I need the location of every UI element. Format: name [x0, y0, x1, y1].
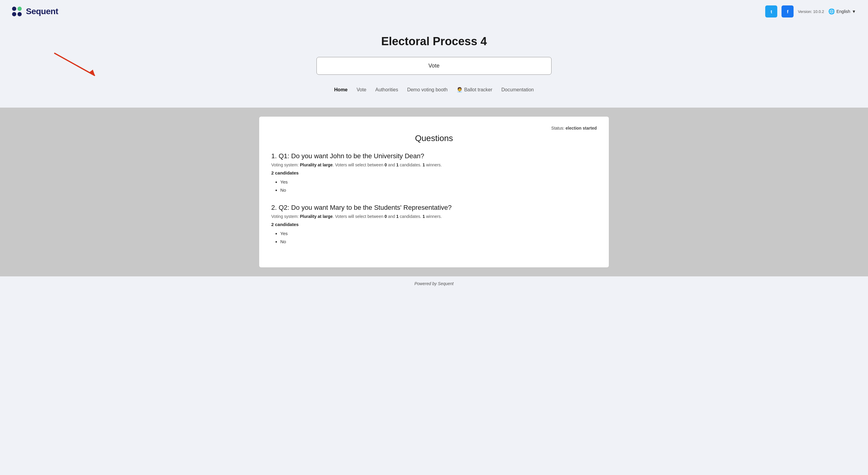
question-block-2: 2. Q2: Do you want Mary to be the Studen…	[271, 204, 597, 246]
list-item: Yes	[280, 178, 597, 186]
voting-system-label-1: Voting system:	[271, 162, 300, 167]
question-2-heading: 2. Q2: Do you want Mary to be the Studen…	[271, 204, 597, 212]
logo-dot-green	[18, 7, 22, 11]
logo-text: Sequent	[26, 7, 58, 16]
content-card: Status: election started Questions 1. Q1…	[259, 117, 609, 267]
status-prefix: Status:	[551, 126, 565, 130]
vote-button-container: Vote	[6, 57, 862, 75]
question-2-title: Q2: Do you want Mary to be the Students'…	[278, 204, 452, 211]
hero-section: Electoral Process 4 Vote Home Vote Autho…	[0, 23, 868, 107]
nav-label-demo-voting-booth: Demo voting booth	[407, 87, 447, 93]
question-block-1: 1. Q1: Do you want John to be the Univer…	[271, 152, 597, 194]
candidates-count-2: 2 candidates	[271, 222, 597, 227]
nav-label-home: Home	[334, 87, 347, 93]
navigation-bar: Home Vote Authorities Demo voting booth …	[6, 84, 862, 99]
question-1-number: 1	[271, 152, 275, 160]
nav-item-authorities[interactable]: Authorities	[375, 87, 398, 93]
nav-item-demo-voting-booth[interactable]: Demo voting booth	[407, 87, 447, 93]
footer-text: Powered by Sequent	[414, 281, 454, 286]
nav-item-documentation[interactable]: Documentation	[501, 87, 534, 93]
facebook-button[interactable]: f	[781, 5, 794, 18]
logo-dot-1	[12, 7, 16, 11]
header: Sequent t f Version: 10.0.2 🌐 English ▼	[0, 0, 868, 23]
logo-area: Sequent	[12, 7, 58, 16]
vote-button[interactable]: Vote	[316, 57, 552, 75]
footer: Powered by Sequent	[0, 276, 868, 291]
nav-item-ballot-tracker[interactable]: 🧑‍💼 Ballot tracker	[457, 87, 492, 93]
language-label: English	[836, 9, 850, 14]
question-1-title: Q1: Do you want John to be the Universit…	[278, 152, 424, 160]
logo-dot-2	[12, 12, 16, 16]
question-2-meta: Voting system: Plurality at large. Voter…	[271, 214, 597, 219]
nav-label-authorities: Authorities	[375, 87, 398, 93]
voting-system-1: Plurality at large	[300, 162, 333, 167]
voting-system-2: Plurality at large	[300, 214, 333, 219]
status-value: election started	[566, 126, 597, 130]
ballot-tracker-icon: 🧑‍💼	[457, 87, 463, 93]
candidates-list-1: Yes No	[271, 178, 597, 194]
logo-dot-3	[18, 12, 22, 16]
question-2-number: 2	[271, 204, 275, 211]
voting-system-label-2: Voting system:	[271, 214, 300, 219]
twitter-button[interactable]: t	[765, 5, 777, 18]
language-selector[interactable]: 🌐 English ▼	[828, 8, 856, 15]
list-item: No	[280, 238, 597, 246]
header-right: t f Version: 10.0.2 🌐 English ▼	[765, 5, 856, 18]
logo-dots	[12, 7, 23, 16]
election-title: Electoral Process 4	[6, 35, 862, 48]
nav-item-vote[interactable]: Vote	[356, 87, 366, 93]
status-line: Status: election started	[271, 126, 597, 130]
nav-label-vote: Vote	[356, 87, 366, 93]
candidates-list-2: Yes No	[271, 229, 597, 246]
list-item: Yes	[280, 229, 597, 238]
questions-title: Questions	[271, 133, 597, 143]
version-text: Version: 10.0.2	[798, 9, 824, 14]
list-item: No	[280, 186, 597, 194]
question-1-heading: 1. Q1: Do you want John to be the Univer…	[271, 152, 597, 160]
nav-label-documentation: Documentation	[501, 87, 534, 93]
candidates-count-1: 2 candidates	[271, 170, 597, 176]
language-icon: 🌐	[828, 8, 835, 15]
nav-label-ballot-tracker: Ballot tracker	[464, 87, 492, 93]
content-section: Status: election started Questions 1. Q1…	[0, 107, 868, 276]
chevron-down-icon: ▼	[852, 9, 856, 14]
question-1-meta: Voting system: Plurality at large. Voter…	[271, 162, 597, 167]
nav-item-home[interactable]: Home	[334, 87, 347, 93]
